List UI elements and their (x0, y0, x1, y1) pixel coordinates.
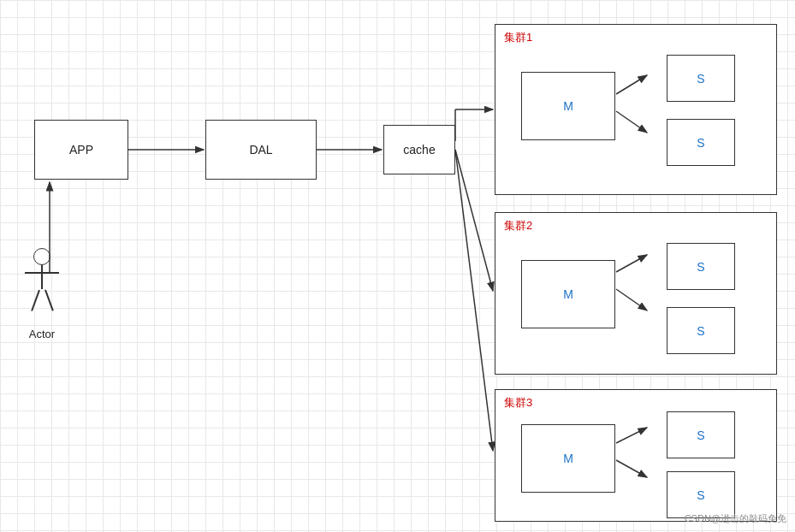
watermark: CSDN@进击的敲码免免 (685, 512, 786, 525)
cluster2-s2-box: S (667, 307, 735, 354)
cluster2-m-box: M (521, 260, 615, 328)
cluster3-s1-box: S (667, 411, 735, 458)
cluster2-m-label: M (563, 287, 573, 301)
cluster2-s1-box: S (667, 243, 735, 290)
cluster2-label: 集群2 (504, 218, 532, 233)
cluster3-label: 集群3 (504, 395, 532, 411)
cluster3-s2-label: S (697, 488, 704, 502)
cluster3: 集群3 M S S (495, 389, 777, 522)
cluster1-s2-box: S (667, 119, 735, 166)
cluster1-m-label: M (563, 99, 573, 113)
cluster1-s1-label: S (697, 72, 704, 86)
cluster1-label: 集群1 (504, 30, 532, 45)
cluster1-s1-box: S (667, 55, 735, 102)
dal-label: DAL (249, 143, 272, 157)
dal-box: DAL (205, 120, 317, 180)
cluster2: 集群2 M S S (495, 212, 777, 375)
cluster2-s2-label: S (697, 324, 704, 338)
app-box: APP (34, 120, 128, 180)
cluster1-m-box: M (521, 72, 615, 140)
cache-box: cache (383, 125, 455, 174)
cluster3-m-label: M (563, 452, 573, 465)
cluster3-s1-label: S (697, 429, 704, 442)
cluster2-s1-label: S (697, 260, 704, 274)
cluster1-s2-label: S (697, 136, 704, 150)
app-label: APP (69, 143, 93, 157)
actor-label: Actor (29, 328, 55, 340)
cluster3-m-box: M (521, 424, 615, 493)
cluster3-s2-box: S (667, 471, 735, 518)
actor: Actor (24, 248, 60, 340)
cache-label: cache (403, 143, 435, 157)
cluster1: 集群1 M S S (495, 24, 777, 195)
